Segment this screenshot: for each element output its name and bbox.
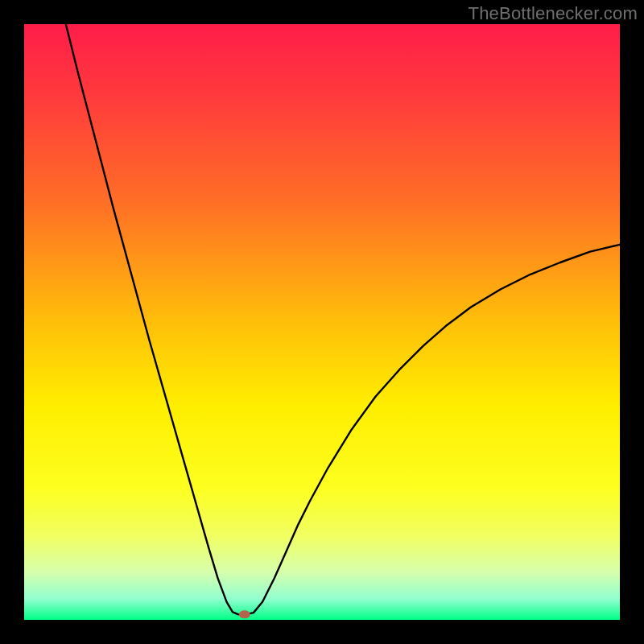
- chart-frame: TheBottlenecker.com: [0, 0, 644, 644]
- optimal-point-marker: [239, 610, 250, 618]
- bottleneck-chart: [24, 24, 620, 620]
- gradient-background: [24, 24, 620, 620]
- watermark-label: TheBottlenecker.com: [469, 3, 638, 24]
